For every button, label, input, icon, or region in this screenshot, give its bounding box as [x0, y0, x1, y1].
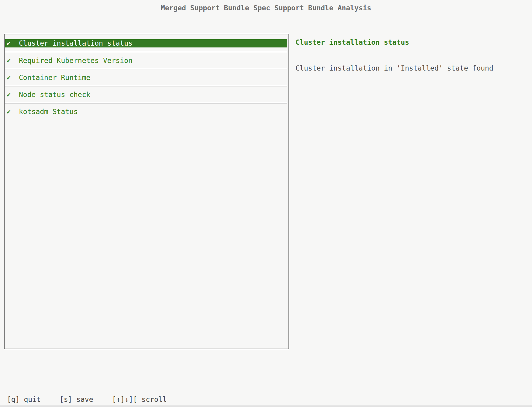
check-icon: ✔ [7, 74, 19, 82]
save-hint: [s] save [60, 395, 93, 404]
item-label: Cluster installation status [19, 39, 133, 47]
detail-message: Cluster installation in 'Installed' stat… [295, 64, 493, 72]
check-icon: ✔ [7, 39, 19, 47]
check-icon: ✔ [7, 91, 19, 99]
list-row: ✔ Required Kubernetes Version [5, 57, 287, 65]
analyzer-list: ✔ Cluster installation status ✔ Required… [4, 34, 289, 349]
quit-hint: [q] quit [7, 395, 41, 404]
item-label: kotsadm Status [19, 108, 78, 116]
list-row: ✔ Cluster installation status [5, 39, 287, 47]
analyzer-item-node-status-check[interactable]: ✔ Node status check [5, 86, 287, 103]
analyzer-item-required-kubernetes-version[interactable]: ✔ Required Kubernetes Version [5, 52, 287, 69]
analyzer-item-kotsadm-status[interactable]: ✔ kotsadm Status [5, 103, 287, 120]
item-label: Container Runtime [19, 74, 90, 82]
check-icon: ✔ [7, 57, 19, 65]
check-icon: ✔ [7, 108, 19, 116]
page-title: Merged Support Bundle Spec Support Bundl… [0, 4, 532, 12]
analyzer-item-cluster-installation-status[interactable]: ✔ Cluster installation status [5, 35, 287, 52]
item-label: Required Kubernetes Version [19, 57, 133, 65]
window-edge-strip [0, 405, 532, 407]
keybinding-bar: [q] quit [s] save [↑]↓][ scroll [7, 395, 167, 404]
list-row: ✔ Node status check [5, 91, 287, 99]
list-row: ✔ Container Runtime [5, 74, 287, 82]
list-row: ✔ kotsadm Status [5, 108, 287, 116]
item-label: Node status check [19, 91, 90, 99]
scroll-hint: [↑]↓][ scroll [112, 395, 167, 404]
analyzer-item-container-runtime[interactable]: ✔ Container Runtime [5, 69, 287, 86]
detail-heading: Cluster installation status [295, 38, 409, 47]
support-bundle-analysis-screen: Merged Support Bundle Spec Support Bundl… [0, 0, 532, 407]
